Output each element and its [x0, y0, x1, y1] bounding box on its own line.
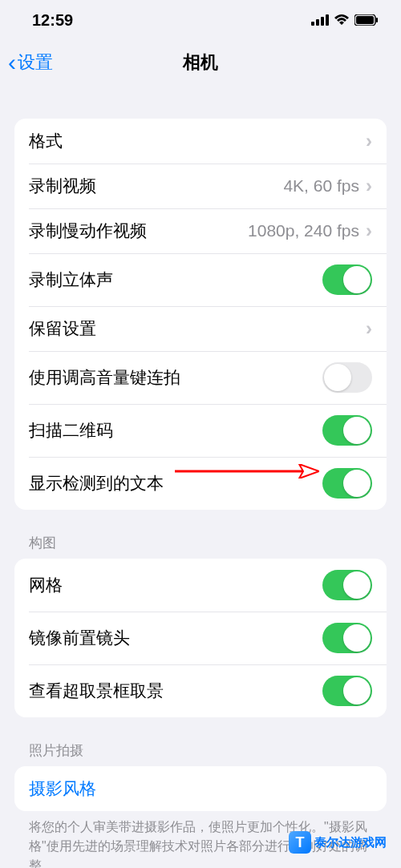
- row-record-slomo[interactable]: 录制慢动作视频 1080p, 240 fps ›: [14, 208, 387, 253]
- row-label: 保留设置: [29, 317, 366, 340]
- row-label: 网格: [29, 574, 322, 596]
- nav-bar: ‹ 设置 相机: [0, 40, 401, 85]
- cellular-icon: [311, 14, 329, 26]
- back-button[interactable]: ‹ 设置: [8, 50, 53, 75]
- row-mirror-front: 镜像前置镜头: [14, 612, 387, 664]
- row-label: 摄影风格: [29, 777, 372, 800]
- svg-rect-6: [376, 18, 378, 22]
- row-label: 录制慢动作视频: [29, 220, 248, 242]
- battery-icon: [354, 14, 379, 26]
- row-detail: 1080p, 240 fps: [248, 221, 359, 240]
- row-grid: 网格: [14, 559, 387, 612]
- svg-rect-1: [316, 19, 319, 26]
- row-photographic-styles[interactable]: 摄影风格: [14, 766, 387, 811]
- svg-rect-5: [356, 16, 374, 24]
- row-record-video[interactable]: 录制视频 4K, 60 fps ›: [14, 164, 387, 208]
- row-scan-qr: 扫描二维码: [14, 404, 387, 457]
- status-time: 12:59: [32, 11, 73, 30]
- wifi-icon: [334, 14, 350, 26]
- back-label: 设置: [18, 50, 53, 75]
- chevron-left-icon: ‹: [8, 50, 16, 75]
- watermark: T 泰尔达游戏网: [289, 831, 387, 854]
- toggle-scan-qr[interactable]: [322, 415, 372, 446]
- watermark-text: 泰尔达游戏网: [314, 835, 387, 850]
- row-preserve-settings[interactable]: 保留设置 ›: [14, 306, 387, 351]
- chevron-right-icon: ›: [366, 220, 372, 242]
- status-icons: [311, 14, 379, 26]
- toggle-record-stereo[interactable]: [322, 264, 372, 295]
- page-title: 相机: [183, 50, 218, 75]
- row-label: 扫描二维码: [29, 419, 322, 442]
- section-header-composition: 构图: [0, 510, 401, 559]
- section-header-photo-capture: 照片拍摄: [0, 717, 401, 766]
- status-bar: 12:59: [0, 0, 401, 40]
- toggle-detect-text[interactable]: [322, 468, 372, 499]
- row-detect-text: 显示检测到的文本: [14, 457, 387, 510]
- chevron-right-icon: ›: [366, 317, 372, 340]
- settings-group-composition: 网格 镜像前置镜头 查看超取景框取景: [14, 559, 387, 717]
- toggle-grid[interactable]: [322, 570, 372, 600]
- svg-rect-3: [326, 14, 329, 26]
- toggle-view-outside-frame[interactable]: [322, 676, 372, 706]
- row-record-stereo: 录制立体声: [14, 253, 387, 306]
- row-detail: 4K, 60 fps: [283, 176, 359, 196]
- row-label: 镜像前置镜头: [29, 627, 322, 649]
- settings-group-photo-capture: 摄影风格: [14, 766, 387, 811]
- toggle-mirror-front[interactable]: [322, 623, 372, 653]
- row-view-outside-frame: 查看超取景框取景: [14, 664, 387, 717]
- settings-group-main: 格式 › 录制视频 4K, 60 fps › 录制慢动作视频 1080p, 24…: [14, 119, 387, 510]
- toggle-volume-burst[interactable]: [322, 362, 372, 393]
- watermark-logo: T: [289, 831, 311, 854]
- row-label: 录制视频: [29, 175, 283, 197]
- svg-rect-2: [321, 17, 324, 26]
- row-volume-burst: 使用调高音量键连拍: [14, 351, 387, 404]
- row-label: 使用调高音量键连拍: [29, 366, 322, 389]
- row-label: 查看超取景框取景: [29, 680, 322, 702]
- row-label: 显示检测到的文本: [29, 472, 322, 495]
- chevron-right-icon: ›: [366, 130, 372, 152]
- svg-rect-0: [311, 22, 314, 26]
- row-label: 格式: [29, 130, 366, 152]
- row-format[interactable]: 格式 ›: [14, 119, 387, 164]
- row-label: 录制立体声: [29, 268, 322, 291]
- chevron-right-icon: ›: [366, 175, 372, 197]
